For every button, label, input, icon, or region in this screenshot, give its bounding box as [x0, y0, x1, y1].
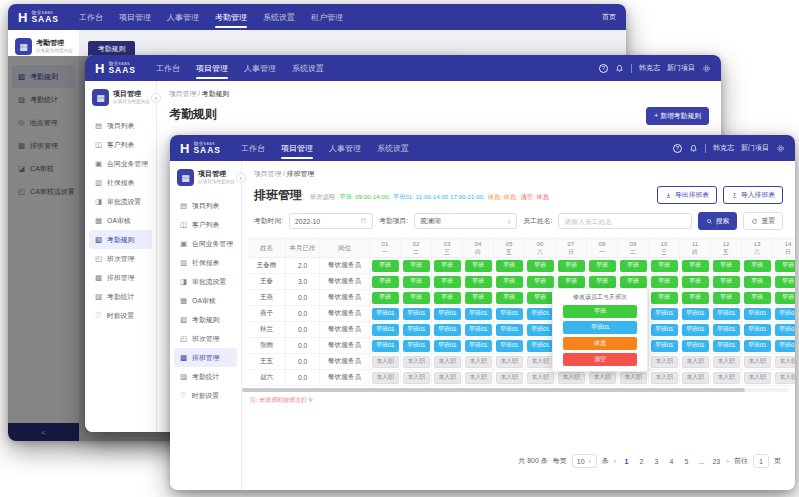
- shift-chip[interactable]: 未入职: [496, 356, 523, 368]
- nav-item-项目管理[interactable]: 项目管理: [119, 4, 151, 30]
- sidebar-item-审批流设置[interactable]: ◨审批流设置: [174, 272, 237, 291]
- breadcrumb-root[interactable]: 项目管理: [254, 170, 281, 177]
- shift-chip[interactable]: 未入职: [372, 372, 399, 384]
- shift-chip[interactable]: 早班: [651, 260, 678, 272]
- shift-chip[interactable]: 早班01: [372, 324, 399, 336]
- reset-button[interactable]: 重置: [743, 212, 783, 230]
- nav-item-租户管理[interactable]: 租户管理: [311, 4, 343, 30]
- shift-chip[interactable]: 早班01: [434, 340, 461, 352]
- shift-chip[interactable]: 未入职: [403, 356, 430, 368]
- shift-chip[interactable]: 早班01: [496, 308, 523, 320]
- shift-chip[interactable]: 早班: [372, 260, 399, 272]
- next-page-button[interactable]: ›: [726, 457, 729, 466]
- shift-chip[interactable]: 早班: [434, 276, 461, 288]
- shift-chip[interactable]: 早班01: [682, 324, 709, 336]
- nav-item-人事管理[interactable]: 人事管理: [244, 55, 276, 81]
- shift-chip[interactable]: 未入职: [465, 372, 492, 384]
- shift-option-清空[interactable]: 清空: [563, 353, 637, 366]
- shift-chip[interactable]: 早班01: [744, 308, 771, 320]
- page-button-3[interactable]: 3: [651, 458, 661, 465]
- shift-chip[interactable]: 未入职: [434, 356, 461, 368]
- sidebar-item-OA审核[interactable]: ▦OA审核: [174, 291, 237, 310]
- shift-chip[interactable]: 早班: [651, 276, 678, 288]
- shift-chip[interactable]: 早班: [496, 276, 523, 288]
- shift-chip[interactable]: 早班: [527, 276, 554, 288]
- shift-chip[interactable]: 早班01: [651, 308, 678, 320]
- sidebar-item-时薪设置[interactable]: ♡时薪设置: [174, 386, 237, 405]
- shift-chip[interactable]: 早班01: [651, 340, 678, 352]
- attendance-month-picker[interactable]: 2022-10: [289, 213, 373, 229]
- sidebar-item-项目列表[interactable]: ▤项目列表: [89, 116, 152, 135]
- page-button-2[interactable]: 2: [636, 458, 646, 465]
- shift-chip[interactable]: 早班: [775, 292, 796, 304]
- help-icon[interactable]: ?: [673, 144, 682, 153]
- shift-chip[interactable]: 早班: [527, 292, 554, 304]
- sidebar-item-社保报表[interactable]: ▥社保报表: [174, 253, 237, 272]
- sidebar-item-合同业务管理[interactable]: ▣合同业务管理: [89, 154, 152, 173]
- shift-chip[interactable]: 早班: [434, 292, 461, 304]
- shift-chip[interactable]: 未入职: [527, 356, 554, 368]
- page-size-select[interactable]: 10 ∨: [572, 454, 597, 468]
- page-button-4[interactable]: 4: [666, 458, 676, 465]
- goto-page-input[interactable]: [753, 454, 769, 468]
- notification-bell-icon[interactable]: [689, 144, 698, 153]
- shift-chip[interactable]: 早班: [744, 260, 771, 272]
- sidebar-item-社保报表[interactable]: ▥社保报表: [89, 173, 152, 192]
- shift-option-早班01[interactable]: 早班01: [563, 321, 637, 334]
- shift-chip[interactable]: 早班01: [434, 308, 461, 320]
- shift-chip[interactable]: 未入职: [620, 372, 647, 384]
- shift-chip[interactable]: 早班: [403, 260, 430, 272]
- shift-chip[interactable]: 早班: [589, 276, 616, 288]
- nav-item-工作台[interactable]: 工作台: [79, 4, 103, 30]
- shift-chip[interactable]: 早班01: [527, 324, 554, 336]
- nav-item-项目管理[interactable]: 项目管理: [196, 55, 228, 81]
- add-attendance-rule-button[interactable]: + 新增考勤规则: [646, 107, 709, 125]
- shift-chip[interactable]: 早班01: [496, 324, 523, 336]
- nav-item-工作台[interactable]: 工作台: [156, 55, 180, 81]
- shift-chip[interactable]: 早班01: [682, 340, 709, 352]
- shift-chip[interactable]: 早班: [403, 276, 430, 288]
- shift-chip[interactable]: 未入职: [651, 356, 678, 368]
- sidebar-item-班次管理[interactable]: ◰班次管理: [89, 249, 152, 268]
- sidebar-item-考勤规则[interactable]: ▧考勤规则: [89, 230, 152, 249]
- sidebar-item-时薪设置[interactable]: ♡时薪设置: [89, 306, 152, 325]
- shift-chip[interactable]: 早班: [527, 260, 554, 272]
- notification-bell-icon[interactable]: [615, 64, 624, 73]
- sidebar-item-客户列表[interactable]: ◫客户列表: [89, 135, 152, 154]
- home-link[interactable]: 首页: [602, 12, 616, 22]
- import-schedule-button[interactable]: 导入排班表: [723, 186, 783, 204]
- scrollbar-thumb[interactable]: [242, 388, 745, 392]
- shift-chip[interactable]: 早班: [775, 276, 796, 288]
- attendance-project-select[interactable]: 观澜湖 ∨: [414, 213, 517, 229]
- shift-chip[interactable]: 早班01: [775, 340, 796, 352]
- user-name[interactable]: 韩克志: [639, 63, 660, 73]
- help-icon[interactable]: ?: [599, 64, 608, 73]
- shift-chip[interactable]: 未入职: [713, 372, 740, 384]
- sidebar-item-考勤规则[interactable]: ▧考勤规则: [174, 310, 237, 329]
- shift-chip[interactable]: 早班01: [372, 308, 399, 320]
- horizontal-scrollbar[interactable]: [242, 388, 789, 392]
- shift-chip[interactable]: 早班: [465, 260, 492, 272]
- shift-chip[interactable]: 早班: [496, 260, 523, 272]
- shift-chip[interactable]: 早班01: [713, 340, 740, 352]
- shift-chip[interactable]: 早班01: [465, 324, 492, 336]
- shift-chip[interactable]: 未入职: [558, 372, 585, 384]
- shift-chip[interactable]: 早班01: [403, 324, 430, 336]
- sidebar-item-合同业务管理[interactable]: ▣合同业务管理: [174, 234, 237, 253]
- shift-chip[interactable]: 未入职: [403, 372, 430, 384]
- sidebar-item-排班管理[interactable]: ▩排班管理: [89, 268, 152, 287]
- settings-gear-icon[interactable]: [702, 64, 711, 73]
- sidebar-item-考勤统计[interactable]: ▨考勤统计: [174, 367, 237, 386]
- shift-chip[interactable]: 未入职: [775, 356, 796, 368]
- shift-chip[interactable]: 早班: [496, 292, 523, 304]
- nav-item-工作台[interactable]: 工作台: [241, 135, 265, 161]
- shift-chip[interactable]: 早班01: [713, 308, 740, 320]
- nav-item-系统设置[interactable]: 系统设置: [263, 4, 295, 30]
- shift-chip[interactable]: 未入职: [682, 356, 709, 368]
- shift-chip[interactable]: 早班01: [527, 308, 554, 320]
- nav-item-人事管理[interactable]: 人事管理: [167, 4, 199, 30]
- shift-chip[interactable]: 未入职: [434, 372, 461, 384]
- shift-chip[interactable]: 未入职: [775, 372, 796, 384]
- shift-chip[interactable]: 早班: [465, 276, 492, 288]
- shift-chip[interactable]: 未入职: [527, 372, 554, 384]
